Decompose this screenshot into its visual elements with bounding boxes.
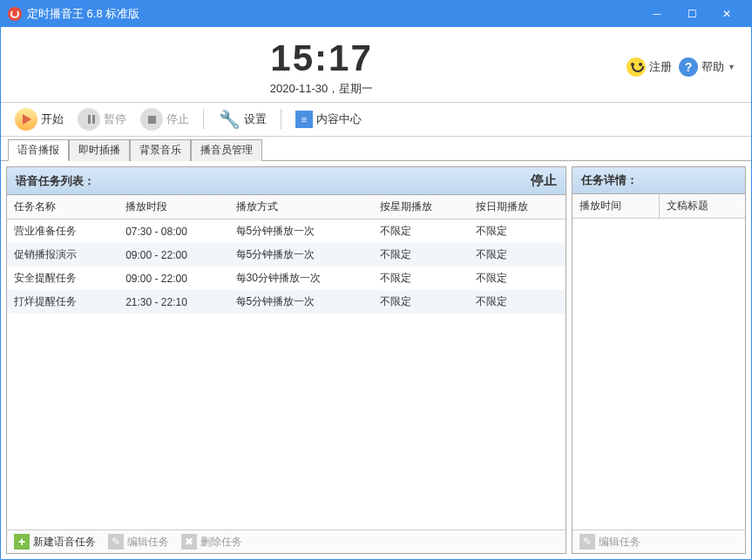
detail-edit-button[interactable]: ✎ 编辑任务 bbox=[579, 534, 640, 550]
toolbar: 开始 暂停 停止 🔧 设置 ≡ 内容中心 bbox=[1, 102, 751, 137]
clock-date: 2020-11-30，星期一 bbox=[17, 81, 627, 97]
tab-voice-broadcast[interactable]: 语音播报 bbox=[8, 139, 69, 161]
smiley-icon bbox=[627, 57, 646, 77]
task-detail-header: 任务详情： bbox=[572, 167, 745, 194]
cell-name: 安全提醒任务 bbox=[7, 267, 119, 290]
clock-time: 15:17 bbox=[17, 37, 627, 79]
task-list-title: 语音任务列表： bbox=[16, 173, 95, 189]
detail-footer: ✎ 编辑任务 bbox=[572, 530, 745, 553]
task-list-footer: + 新建语音任务 ✎ 编辑任务 ✖ 删除任务 bbox=[7, 530, 566, 553]
delete-task-label: 删除任务 bbox=[200, 535, 242, 550]
edit-task-label: 编辑任务 bbox=[127, 535, 169, 550]
cell-method: 每5分钟播放一次 bbox=[229, 290, 373, 314]
start-button[interactable]: 开始 bbox=[11, 106, 67, 132]
help-icon: ? bbox=[679, 57, 698, 77]
task-detail-title: 任务详情： bbox=[581, 172, 638, 188]
stop-icon bbox=[140, 108, 163, 131]
maximize-button[interactable]: ☐ bbox=[674, 1, 709, 27]
col-play-period[interactable]: 播放时段 bbox=[119, 195, 228, 219]
cell-name: 营业准备任务 bbox=[7, 219, 119, 244]
play-icon bbox=[15, 108, 37, 131]
delete-task-button[interactable]: ✖ 删除任务 bbox=[181, 534, 242, 550]
tab-announcer-manage[interactable]: 播音员管理 bbox=[191, 139, 262, 161]
edit-icon: ✎ bbox=[108, 534, 124, 550]
document-icon: ≡ bbox=[295, 111, 313, 128]
plus-icon: + bbox=[14, 534, 30, 550]
content-center-button[interactable]: ≡ 内容中心 bbox=[292, 109, 365, 130]
delete-icon: ✖ bbox=[181, 534, 197, 550]
tab-background-music[interactable]: 背景音乐 bbox=[130, 139, 191, 161]
app-icon bbox=[8, 7, 22, 21]
minimize-button[interactable]: ─ bbox=[640, 1, 674, 27]
cell-period: 21:30 - 22:10 bbox=[119, 290, 228, 314]
cell-method: 每5分钟播放一次 bbox=[229, 243, 373, 267]
app-window: 定时播音王 6.8 标准版 ─ ☐ ✕ 15:17 2020-11-30，星期一… bbox=[0, 0, 752, 560]
stop-label: 停止 bbox=[166, 111, 189, 127]
toolbar-separator bbox=[203, 109, 204, 130]
settings-button[interactable]: 🔧 设置 bbox=[214, 106, 270, 132]
register-button[interactable]: 注册 bbox=[627, 57, 672, 77]
stop-button[interactable]: 停止 bbox=[137, 106, 193, 132]
task-table-wrap: 任务名称 播放时段 播放方式 按星期播放 按日期播放 营业准备任务07:30 -… bbox=[7, 195, 566, 530]
tab-instant-insert[interactable]: 即时插播 bbox=[69, 139, 130, 161]
chevron-down-icon: ▼ bbox=[728, 63, 735, 71]
pause-icon bbox=[78, 108, 100, 131]
task-list-panel: 语音任务列表： 停止 任务名称 播放时段 播放方式 按星期播放 按日期播放 bbox=[6, 166, 566, 554]
table-row[interactable]: 打烊提醒任务21:30 - 22:10每5分钟播放一次不限定不限定 bbox=[7, 290, 566, 314]
cell-period: 09:00 - 22:00 bbox=[119, 243, 228, 267]
pause-label: 暂停 bbox=[104, 111, 126, 127]
titlebar: 定时播音王 6.8 标准版 ─ ☐ ✕ bbox=[1, 1, 751, 27]
gear-icon: 🔧 bbox=[218, 108, 241, 131]
help-button[interactable]: ? 帮助 ▼ bbox=[679, 57, 735, 77]
detail-col-time[interactable]: 播放时间 bbox=[572, 194, 660, 218]
task-list-header: 语音任务列表： 停止 bbox=[7, 167, 566, 195]
cell-method: 每5分钟播放一次 bbox=[229, 219, 373, 244]
col-by-date[interactable]: 按日期播放 bbox=[469, 195, 566, 219]
new-task-button[interactable]: + 新建语音任务 bbox=[14, 534, 96, 550]
detail-columns: 播放时间 文稿标题 bbox=[572, 194, 745, 219]
table-row[interactable]: 安全提醒任务09:00 - 22:00每30分钟播放一次不限定不限定 bbox=[7, 267, 566, 290]
help-label: 帮助 bbox=[701, 59, 724, 75]
toolbar-separator bbox=[281, 109, 281, 130]
cell-name: 打烊提醒任务 bbox=[7, 290, 119, 314]
cell-method: 每30分钟播放一次 bbox=[229, 267, 373, 290]
close-button[interactable]: ✕ bbox=[709, 1, 744, 27]
detail-edit-label: 编辑任务 bbox=[599, 535, 640, 550]
col-by-week[interactable]: 按星期播放 bbox=[373, 195, 470, 219]
detail-body bbox=[572, 219, 745, 530]
cell-byDate: 不限定 bbox=[469, 219, 566, 244]
cell-byWeek: 不限定 bbox=[373, 219, 470, 244]
header: 15:17 2020-11-30，星期一 注册 ? 帮助 ▼ bbox=[1, 27, 751, 102]
cell-byDate: 不限定 bbox=[469, 243, 566, 267]
cell-period: 07:30 - 08:00 bbox=[119, 219, 228, 244]
register-label: 注册 bbox=[649, 59, 672, 75]
cell-byDate: 不限定 bbox=[469, 290, 566, 314]
table-row[interactable]: 营业准备任务07:30 - 08:00每5分钟播放一次不限定不限定 bbox=[7, 219, 566, 244]
settings-label: 设置 bbox=[244, 111, 267, 127]
col-play-method[interactable]: 播放方式 bbox=[229, 195, 373, 219]
status-link[interactable]: 停止 bbox=[531, 172, 557, 189]
detail-col-title[interactable]: 文稿标题 bbox=[660, 194, 746, 218]
window-title: 定时播音王 6.8 标准版 bbox=[27, 6, 640, 22]
start-label: 开始 bbox=[41, 111, 64, 127]
edit-icon: ✎ bbox=[579, 534, 595, 550]
cell-byWeek: 不限定 bbox=[373, 243, 470, 267]
cell-byDate: 不限定 bbox=[469, 267, 566, 290]
tab-bar: 语音播报 即时插播 背景音乐 播音员管理 bbox=[1, 138, 751, 161]
content-label: 内容中心 bbox=[316, 111, 362, 127]
cell-name: 促销播报演示 bbox=[7, 243, 119, 267]
new-task-label: 新建语音任务 bbox=[33, 535, 96, 550]
content-area: 语音任务列表： 停止 任务名称 播放时段 播放方式 按星期播放 按日期播放 bbox=[1, 161, 751, 559]
cell-byWeek: 不限定 bbox=[373, 267, 470, 290]
col-task-name[interactable]: 任务名称 bbox=[7, 195, 119, 219]
cell-byWeek: 不限定 bbox=[373, 290, 470, 314]
clock-area: 15:17 2020-11-30，星期一 bbox=[17, 37, 627, 97]
header-buttons: 注册 ? 帮助 ▼ bbox=[627, 57, 735, 77]
pause-button[interactable]: 暂停 bbox=[74, 106, 130, 132]
cell-period: 09:00 - 22:00 bbox=[119, 267, 228, 290]
edit-task-button[interactable]: ✎ 编辑任务 bbox=[108, 534, 169, 550]
task-detail-panel: 任务详情： 播放时间 文稿标题 ✎ 编辑任务 bbox=[572, 166, 746, 554]
table-row[interactable]: 促销播报演示09:00 - 22:00每5分钟播放一次不限定不限定 bbox=[7, 243, 566, 267]
task-table: 任务名称 播放时段 播放方式 按星期播放 按日期播放 营业准备任务07:30 -… bbox=[7, 195, 566, 314]
